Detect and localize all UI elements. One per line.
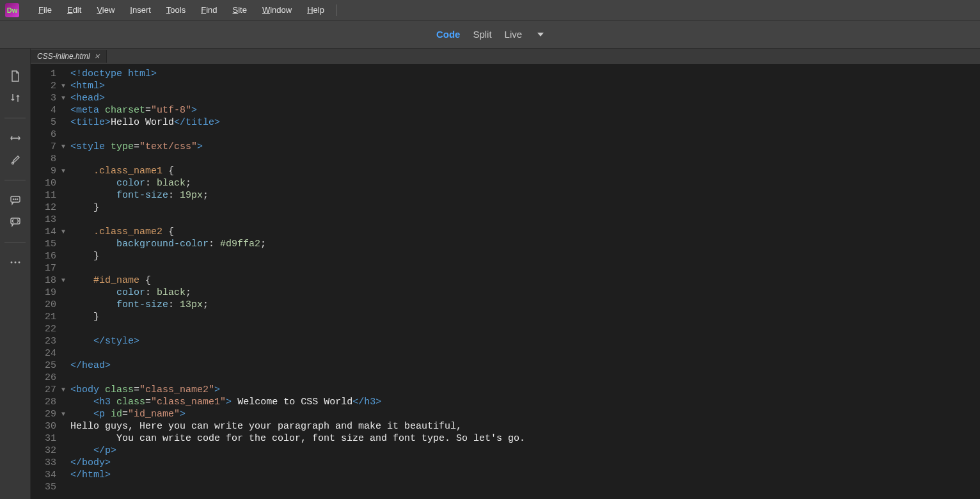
code-line[interactable] bbox=[70, 372, 525, 384]
menu-view[interactable]: View bbox=[89, 3, 122, 17]
view-live-button[interactable]: Live bbox=[505, 29, 523, 40]
chat-icon[interactable] bbox=[4, 191, 27, 210]
fold-empty bbox=[59, 299, 68, 311]
fold-marker-icon[interactable]: ▼ bbox=[59, 384, 68, 396]
code-line[interactable]: color: black; bbox=[70, 287, 525, 299]
line-number: 2 bbox=[40, 80, 56, 92]
code-line[interactable]: <body class="class_name2"> bbox=[70, 384, 525, 396]
fold-marker-icon[interactable]: ▼ bbox=[59, 165, 68, 177]
fold-empty bbox=[59, 469, 68, 481]
code-line[interactable]: <p id="id_name"> bbox=[70, 408, 525, 420]
code-line[interactable]: </html> bbox=[70, 469, 525, 481]
document-icon[interactable] bbox=[4, 67, 27, 86]
view-split-button[interactable]: Split bbox=[473, 29, 491, 40]
line-number: 25 bbox=[40, 360, 56, 372]
line-number: 34 bbox=[40, 469, 56, 481]
fold-empty bbox=[59, 189, 68, 202]
code-line[interactable]: } bbox=[70, 250, 525, 262]
fold-empty bbox=[59, 68, 68, 80]
code-line[interactable] bbox=[70, 153, 525, 165]
code-line[interactable] bbox=[70, 481, 525, 493]
fold-marker-icon[interactable]: ▼ bbox=[59, 92, 68, 104]
menu-tools[interactable]: Tools bbox=[159, 3, 193, 17]
code-line[interactable]: </head> bbox=[70, 360, 525, 372]
code-line[interactable]: </p> bbox=[70, 445, 525, 457]
code-line[interactable]: <h3 class="class_name1"> Welcome to CSS … bbox=[70, 396, 525, 408]
code-line[interactable]: .class_name1 { bbox=[70, 165, 525, 177]
code-line[interactable]: <style type="text/css"> bbox=[70, 141, 525, 153]
menu-edit[interactable]: Edit bbox=[59, 3, 89, 17]
code-line[interactable]: </body> bbox=[70, 457, 525, 469]
code-line[interactable]: .class_name2 { bbox=[70, 226, 525, 238]
code-content[interactable]: <!doctype html><html><head><meta charset… bbox=[68, 64, 525, 499]
fold-empty bbox=[59, 420, 68, 432]
fold-marker-icon[interactable]: ▼ bbox=[59, 274, 68, 287]
file-tab[interactable]: CSS-inline.html ✕ bbox=[31, 50, 107, 63]
fold-empty bbox=[59, 396, 68, 408]
line-number: 23 bbox=[40, 335, 56, 347]
fold-marker-icon[interactable]: ▼ bbox=[59, 408, 68, 420]
line-number: 35 bbox=[40, 481, 56, 493]
fold-empty bbox=[59, 311, 68, 323]
fold-marker-icon[interactable]: ▼ bbox=[59, 80, 68, 92]
code-line[interactable]: <head> bbox=[70, 92, 525, 104]
menubar-divider bbox=[336, 4, 336, 16]
code-line[interactable]: <meta charset="utf-8"> bbox=[70, 104, 525, 116]
code-line[interactable]: <html> bbox=[70, 80, 525, 92]
fold-empty bbox=[59, 323, 68, 335]
code-line[interactable]: background-color: #d9ffa2; bbox=[70, 238, 525, 250]
expand-icon[interactable] bbox=[4, 129, 27, 148]
menu-help[interactable]: Help bbox=[299, 3, 332, 17]
menu-site[interactable]: Site bbox=[225, 3, 255, 17]
view-toolbar: Code Split Live bbox=[0, 20, 980, 49]
more-icon[interactable] bbox=[4, 253, 27, 272]
code-line[interactable]: color: black; bbox=[70, 177, 525, 189]
sidebar-divider bbox=[4, 118, 26, 118]
code-line[interactable]: <!doctype html> bbox=[70, 68, 525, 80]
line-number: 8 bbox=[40, 153, 56, 165]
menu-find[interactable]: Find bbox=[193, 3, 225, 17]
line-number: 16 bbox=[40, 250, 56, 262]
fold-empty bbox=[59, 177, 68, 189]
code-editor[interactable]: 1234567891011121314151617181920212223242… bbox=[31, 64, 980, 499]
fold-empty bbox=[59, 238, 68, 250]
fold-marker-icon[interactable]: ▼ bbox=[59, 226, 68, 238]
brush-icon[interactable] bbox=[4, 150, 27, 170]
code-line[interactable]: #id_name { bbox=[70, 274, 525, 287]
snippet-icon[interactable] bbox=[4, 212, 27, 232]
fold-marker-icon[interactable]: ▼ bbox=[59, 141, 68, 153]
code-line[interactable]: font-size: 13px; bbox=[70, 299, 525, 311]
code-line[interactable] bbox=[70, 262, 525, 274]
code-line[interactable]: } bbox=[70, 311, 525, 323]
code-line[interactable]: } bbox=[70, 202, 525, 214]
view-code-button[interactable]: Code bbox=[436, 29, 461, 40]
code-line[interactable]: </style> bbox=[70, 335, 525, 347]
code-line[interactable] bbox=[70, 129, 525, 141]
menubar: Dw FileEditViewInsertToolsFindSiteWindow… bbox=[0, 0, 980, 20]
file-tab-label: CSS-inline.html bbox=[37, 52, 90, 61]
line-number: 11 bbox=[40, 189, 56, 202]
view-dropdown-icon[interactable] bbox=[537, 33, 544, 36]
menu-window[interactable]: Window bbox=[255, 3, 299, 17]
menu-insert[interactable]: Insert bbox=[122, 3, 159, 17]
fold-empty bbox=[59, 360, 68, 372]
code-line[interactable]: <title>Hello World</title> bbox=[70, 116, 525, 129]
line-number: 6 bbox=[40, 129, 56, 141]
code-line[interactable]: Hello guys, Here you can write your para… bbox=[70, 420, 525, 432]
menu-file[interactable]: File bbox=[31, 3, 59, 17]
fold-empty bbox=[59, 445, 68, 457]
code-line[interactable] bbox=[70, 214, 525, 226]
sort-icon[interactable] bbox=[4, 88, 27, 107]
close-icon[interactable]: ✕ bbox=[94, 52, 100, 61]
fold-empty bbox=[59, 481, 68, 493]
code-line[interactable]: You can write code for the color, font s… bbox=[70, 432, 525, 445]
code-line[interactable] bbox=[70, 347, 525, 360]
line-number: 32 bbox=[40, 445, 56, 457]
line-number: 19 bbox=[40, 287, 56, 299]
line-number: 26 bbox=[40, 372, 56, 384]
fold-empty bbox=[59, 372, 68, 384]
fold-empty bbox=[59, 104, 68, 116]
line-number: 14 bbox=[40, 226, 56, 238]
code-line[interactable] bbox=[70, 323, 525, 335]
code-line[interactable]: font-size: 19px; bbox=[70, 189, 525, 202]
